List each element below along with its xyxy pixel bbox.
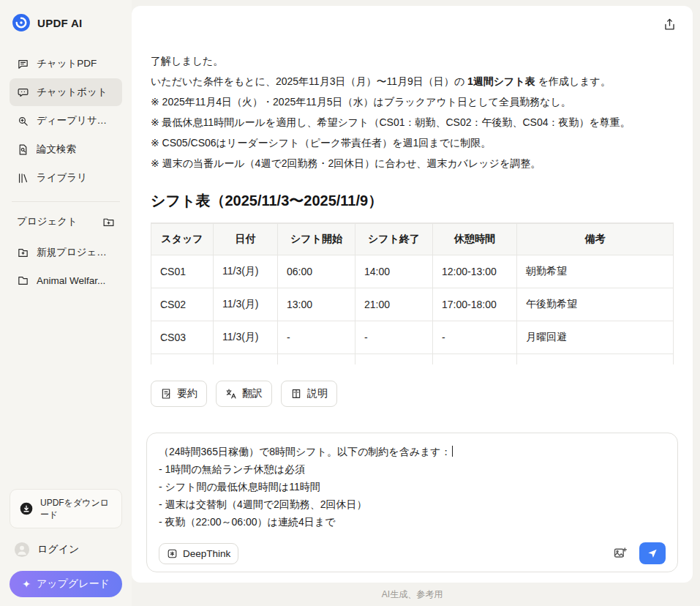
sidebar-bottom: UPDFをダウンロード ログイン ✦ アップグレード <box>10 489 122 597</box>
download-icon <box>19 501 34 516</box>
col-header-date: 日付 <box>214 224 278 255</box>
sidebar-item-project-animal-welfare[interactable]: Animal Welfar... <box>10 267 122 294</box>
logo-text: UPDF AI <box>37 17 83 29</box>
col-header-shift-end: シフト終了 <box>355 224 433 255</box>
message-note: ※ 週末の当番ルール（4週で2回勤務・2回休日）に合わせ、週末カバレッジを調整。 <box>151 153 674 173</box>
table-row: CS04 11/3(月) 22:00 06:00 02:00-03:00 夜勤希… <box>151 354 674 365</box>
deepthink-label: DeepThink <box>183 548 230 559</box>
chat-toolbar <box>132 6 693 31</box>
ai-disclaimer: AI生成、参考用 <box>132 583 693 606</box>
col-header-staff: スタッフ <box>151 224 214 255</box>
sidebar-item-deep-research[interactable]: ディープリサーチ <box>10 107 122 135</box>
sidebar-item-chat-pdf[interactable]: チャットPDF <box>10 50 122 78</box>
summarize-button[interactable]: 要約 <box>151 381 207 407</box>
table-header-row: スタッフ 日付 シフト開始 シフト終了 休憩時間 備考 <box>151 224 674 255</box>
table-row: CS02 11/3(月) 13:00 21:00 17:00-18:00 午後勤… <box>151 288 674 321</box>
sidebar-item-label: Animal Welfar... <box>37 275 105 286</box>
sidebar-item-label: チャットボット <box>37 86 108 99</box>
col-header-notes: 備考 <box>517 224 674 255</box>
chat-pdf-icon <box>17 58 29 70</box>
table-row: CS01 11/3(月) 06:00 14:00 12:00-13:00 朝勤希… <box>151 255 674 288</box>
shift-table-title: シフト表（2025/11/3〜2025/11/9） <box>151 191 674 211</box>
message-note: ※ 2025年11月4日（火）・2025年11月5日（水）はブラックアウト日とし… <box>151 91 674 112</box>
sidebar-item-label: 新規プロジェクト <box>37 246 115 259</box>
summarize-label: 要約 <box>177 387 197 400</box>
translate-icon <box>225 388 237 400</box>
shift-table-container[interactable]: スタッフ 日付 シフト開始 シフト終了 休憩時間 備考 CS01 11/3(月) <box>151 222 674 364</box>
summarize-icon <box>160 388 172 400</box>
explain-label: 説明 <box>307 387 328 400</box>
projects-header: プロジェクト <box>10 211 122 239</box>
message-greeting: 了解しました。 <box>151 50 674 71</box>
sidebar: UPDF AI チャットPDF チャットボット <box>0 0 132 606</box>
sparkle-icon: ✦ <box>22 578 31 590</box>
avatar-icon <box>14 542 30 558</box>
login-button[interactable]: ログイン <box>10 533 122 566</box>
col-header-shift-start: シフト開始 <box>278 224 355 255</box>
chatbot-icon <box>17 86 29 99</box>
library-icon <box>17 172 29 184</box>
sidebar-item-label: ライブラリ <box>37 171 87 184</box>
updf-logo-icon <box>12 13 31 32</box>
sidebar-item-label: 論文検索 <box>37 143 76 156</box>
message-intro: いただいた条件をもとに、2025年11月3日（月）〜11月9日（日）の 1週間シ… <box>151 71 674 91</box>
sidebar-nav: チャットPDF チャットボット ディープリサーチ <box>10 50 122 192</box>
download-updf-button[interactable]: UPDFをダウンロード <box>10 489 122 528</box>
col-header-break: 休憩時間 <box>433 224 517 255</box>
chat-card: 了解しました。 いただいた条件をもとに、2025年11月3日（月）〜11月9日（… <box>132 6 693 583</box>
message-actions: 要約 翻訳 <box>151 381 674 407</box>
projects-label: プロジェクト <box>17 215 78 228</box>
translate-button[interactable]: 翻訳 <box>216 381 272 407</box>
send-button[interactable] <box>639 542 666 564</box>
composer-toolbar: DeepThink <box>159 542 666 564</box>
text-cursor <box>452 446 454 457</box>
folder-icon <box>17 274 29 287</box>
composer: （24時間365日稼働）で8時間シフト。以下の制約を含みます： - 1時間の無給… <box>146 433 678 572</box>
shift-table: スタッフ 日付 シフト開始 シフト終了 休憩時間 備考 CS01 11/3(月) <box>151 223 674 364</box>
table-row: CS03 11/3(月) - - - 月曜回避 <box>151 321 674 354</box>
download-label: UPDFをダウンロード <box>40 497 113 520</box>
login-label: ログイン <box>37 543 79 556</box>
upgrade-button[interactable]: ✦ アップグレード <box>10 571 122 597</box>
paper-search-icon <box>17 143 29 156</box>
translate-label: 翻訳 <box>242 387 263 400</box>
explain-button[interactable]: 説明 <box>281 381 337 407</box>
sidebar-item-label: チャットPDF <box>37 57 97 70</box>
sidebar-item-library[interactable]: ライブラリ <box>10 164 122 192</box>
sidebar-item-chatbot[interactable]: チャットボット <box>10 78 122 106</box>
main-area: 了解しました。 いただいた条件をもとに、2025年11月3日（月）〜11月9日（… <box>132 0 700 606</box>
chat-messages: 了解しました。 いただいた条件をもとに、2025年11月3日（月）〜11月9日（… <box>132 31 693 422</box>
logo[interactable]: UPDF AI <box>10 13 122 50</box>
explain-icon <box>290 388 302 400</box>
message-note: ※ 最低休息11時間ルールを適用し、希望シフト（CS01：朝勤、CS02：午後勤… <box>151 112 674 132</box>
sidebar-divider <box>12 201 120 202</box>
deepthink-icon <box>167 548 178 559</box>
sidebar-item-label: ディープリサーチ <box>37 114 115 127</box>
composer-input[interactable]: （24時間365日稼働）で8時間シフト。以下の制約を含みます： - 1時間の無給… <box>159 443 666 531</box>
folder-plus-icon <box>17 247 29 259</box>
sidebar-item-paper-search[interactable]: 論文検索 <box>10 135 122 163</box>
deep-research-icon <box>17 115 29 127</box>
new-folder-icon[interactable] <box>102 216 115 228</box>
sidebar-item-new-project[interactable]: 新規プロジェクト <box>10 239 122 266</box>
deepthink-toggle[interactable]: DeepThink <box>159 543 238 564</box>
message-note: ※ CS05/CS06はリーダーシフト（ピーク帯責任者）を週1回までに制限。 <box>151 132 674 153</box>
add-image-icon[interactable] <box>613 546 628 561</box>
upgrade-label: アップグレード <box>37 577 110 591</box>
export-icon[interactable] <box>663 18 677 31</box>
